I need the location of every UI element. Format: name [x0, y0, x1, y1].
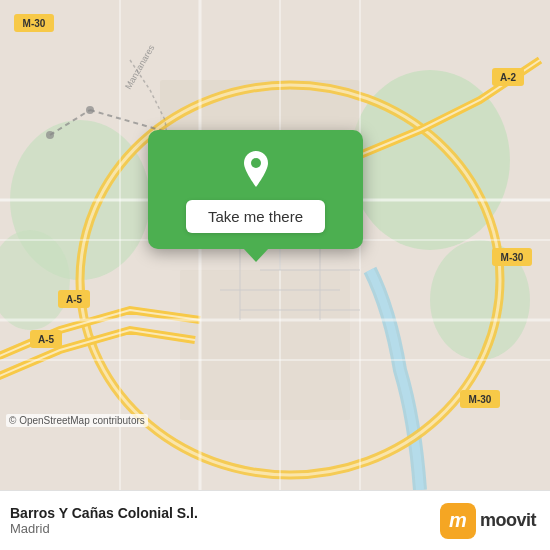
svg-point-40 — [251, 158, 261, 168]
location-city: Madrid — [10, 521, 198, 536]
location-info: Barros Y Cañas Colonial S.l. Madrid — [10, 505, 198, 536]
svg-text:M-30: M-30 — [501, 252, 524, 263]
map-popup: Take me there — [148, 130, 363, 249]
svg-text:A-5: A-5 — [38, 334, 55, 345]
svg-rect-6 — [180, 270, 350, 420]
location-name: Barros Y Cañas Colonial S.l. — [10, 505, 198, 521]
moovit-logo: m moovit — [440, 503, 536, 539]
svg-text:A-2: A-2 — [500, 72, 517, 83]
moovit-logo-text: moovit — [480, 510, 536, 531]
bottom-bar: Barros Y Cañas Colonial S.l. Madrid m mo… — [0, 490, 550, 550]
svg-text:M-30: M-30 — [469, 394, 492, 405]
osm-attribution: © OpenStreetMap contributors — [6, 414, 148, 427]
svg-text:A-5: A-5 — [66, 294, 83, 305]
location-pin-icon — [235, 148, 277, 190]
svg-text:M-30: M-30 — [23, 18, 46, 29]
moovit-logo-icon: m — [440, 503, 476, 539]
map-container: M-30 M-30 M-30 A-5 A-5 A-2 — [0, 0, 550, 490]
take-me-there-button[interactable]: Take me there — [186, 200, 325, 233]
